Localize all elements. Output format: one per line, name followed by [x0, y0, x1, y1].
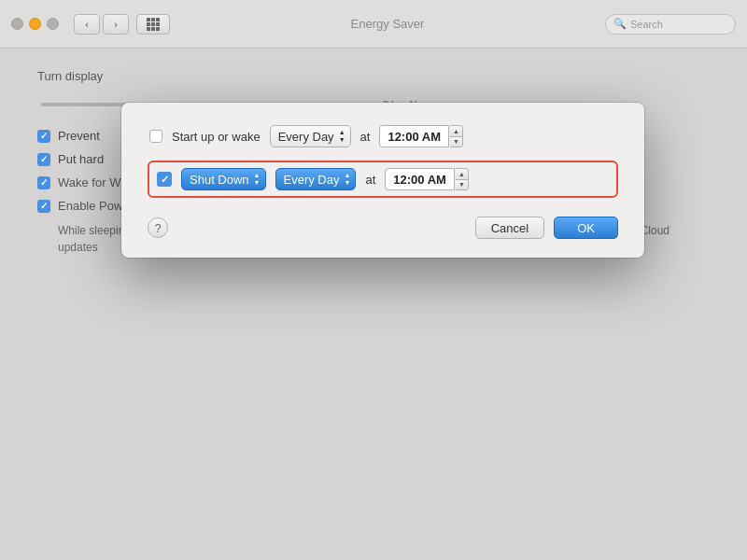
grid-view-button[interactable]	[136, 14, 170, 35]
startup-schedule-value: Every Day	[278, 130, 334, 144]
shutdown-schedule-select[interactable]: Every Day ▲▼	[275, 168, 357, 190]
checkbox-powernap[interactable]	[37, 200, 50, 213]
shutdown-time-up[interactable]: ▲	[456, 169, 468, 180]
startup-schedule-select[interactable]: Every Day ▲▼	[270, 125, 351, 147]
help-icon: ?	[154, 221, 161, 235]
window-title: Energy Saver	[177, 17, 598, 31]
close-button[interactable]	[11, 18, 23, 30]
checkbox-prevent-label: Prevent	[58, 129, 100, 143]
shutdown-time-stepper[interactable]: ▲ ▼	[456, 168, 469, 190]
startup-schedule-dropdown[interactable]: Every Day ▲▼	[270, 125, 351, 147]
shutdown-schedule-value: Every Day	[284, 173, 340, 187]
checkbox-puthard[interactable]	[37, 153, 50, 166]
startup-time-stepper[interactable]: ▲ ▼	[450, 125, 463, 147]
maximize-button[interactable]	[47, 18, 59, 30]
shutdown-row: Shut Down ▲▼ Every Day ▲▼ at 12:00 AM ▲ …	[148, 161, 618, 198]
startup-schedule-chevron: ▲▼	[339, 129, 345, 143]
startup-time-box: 12:00 AM ▲ ▼	[379, 125, 463, 147]
turn-display-label: Turn display	[37, 69, 103, 83]
search-box[interactable]: 🔍 Search	[605, 14, 736, 35]
footer-buttons: Cancel OK	[475, 217, 618, 239]
startup-at-label: at	[360, 130, 371, 144]
checkbox-wifi[interactable]	[37, 176, 50, 189]
modal-footer: ? Cancel OK	[148, 217, 618, 239]
shutdown-action-value: Shut Down	[190, 173, 249, 187]
forward-button[interactable]: ›	[103, 14, 129, 35]
shutdown-action-chevron: ▲▼	[254, 172, 261, 186]
schedule-dialog: Start up or wake Every Day ▲▼ at 12:00 A…	[121, 103, 644, 258]
startup-time-down[interactable]: ▼	[450, 137, 462, 147]
startup-checkbox[interactable]	[149, 130, 162, 143]
cancel-button[interactable]: Cancel	[475, 217, 544, 239]
startup-row: Start up or wake Every Day ▲▼ at 12:00 A…	[148, 125, 618, 147]
nav-buttons: ‹ ›	[74, 14, 129, 35]
grid-icon	[147, 18, 160, 31]
shutdown-at-label: at	[365, 173, 375, 187]
shutdown-checkbox[interactable]	[157, 172, 172, 187]
shutdown-schedule-dropdown[interactable]: Every Day ▲▼	[275, 168, 357, 190]
back-button[interactable]: ‹	[74, 14, 100, 35]
titlebar: ‹ › Energy Saver 🔍 Search	[0, 0, 747, 49]
search-placeholder: Search	[630, 19, 663, 30]
minimize-button[interactable]	[29, 18, 41, 30]
checkbox-puthard-label: Put hard	[58, 152, 104, 166]
shutdown-action-select[interactable]: Shut Down ▲▼	[181, 168, 266, 190]
startup-time-up[interactable]: ▲	[450, 126, 462, 137]
shutdown-time-box: 12:00 AM ▲ ▼	[385, 168, 469, 190]
shutdown-action-dropdown[interactable]: Shut Down ▲▼	[181, 168, 266, 190]
shutdown-schedule-chevron: ▲▼	[345, 172, 351, 186]
startup-time-value[interactable]: 12:00 AM	[379, 125, 449, 147]
startup-label: Start up or wake	[172, 130, 261, 144]
help-button[interactable]: ?	[148, 217, 168, 238]
background-window: ‹ › Energy Saver 🔍 Search Turn display 3…	[0, 0, 747, 560]
ok-button[interactable]: OK	[554, 217, 618, 239]
shutdown-time-value[interactable]: 12:00 AM	[385, 168, 455, 190]
traffic-lights	[11, 18, 59, 30]
search-icon: 🔍	[613, 18, 627, 30]
checkbox-prevent[interactable]	[37, 130, 50, 143]
shutdown-time-down[interactable]: ▼	[456, 180, 468, 190]
